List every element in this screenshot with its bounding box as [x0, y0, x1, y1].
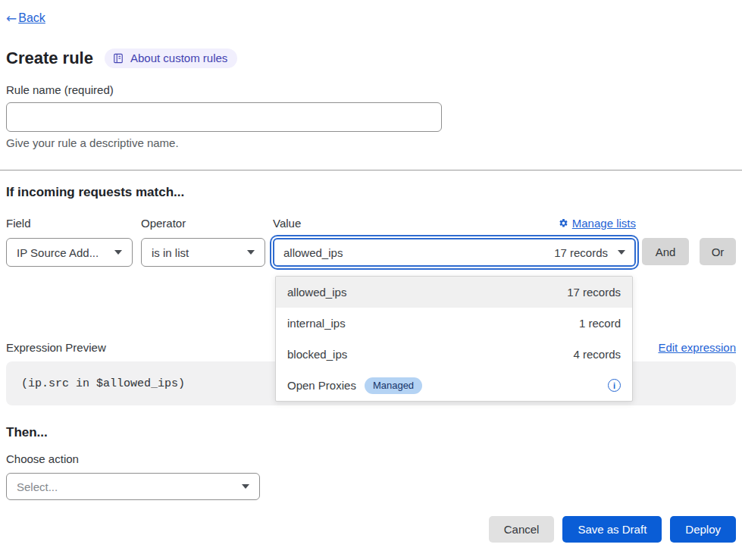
edit-expression-link[interactable]: Edit expression [658, 341, 736, 354]
expression-code: (ip.src in $allowed_ips) [21, 377, 185, 390]
list-item-name: Open Proxies [287, 379, 356, 392]
chevron-down-icon [242, 484, 249, 489]
operator-label: Operator [141, 217, 265, 230]
list-item-name: blocked_ips [287, 348, 347, 361]
operator-select[interactable]: is in list [141, 238, 265, 267]
cancel-button[interactable]: Cancel [489, 516, 555, 543]
about-badge-label: About custom rules [130, 52, 227, 64]
about-custom-rules-badge[interactable]: About custom rules [105, 48, 237, 68]
then-heading: Then... [6, 425, 736, 440]
match-heading: If incoming requests match... [6, 185, 736, 200]
rule-name-label: Rule name (required) [6, 83, 736, 96]
match-condition-row: Field IP Source Add... Operator is in li… [6, 217, 736, 267]
list-item-name: allowed_ips [287, 286, 346, 299]
value-select-meta: 17 records [554, 246, 608, 259]
rule-name-input[interactable] [6, 102, 442, 132]
managed-badge: Managed [365, 377, 422, 394]
save-as-draft-button[interactable]: Save as Draft [562, 516, 662, 543]
chevron-down-icon [114, 250, 122, 255]
chevron-down-icon [618, 250, 625, 255]
expression-preview-label: Expression Preview [6, 341, 106, 354]
list-item-meta: 4 records [573, 348, 621, 361]
list-item-blocked-ips[interactable]: blocked_ips 4 records [276, 339, 632, 370]
list-item-internal-ips[interactable]: internal_ips 1 record [276, 308, 632, 339]
gear-icon [559, 218, 568, 228]
back-link[interactable]: ← Back [6, 11, 45, 25]
or-button[interactable]: Or [700, 238, 736, 265]
deploy-button[interactable]: Deploy [670, 516, 736, 543]
field-label: Field [6, 217, 133, 230]
page-title: Create rule [6, 48, 93, 69]
choose-action-label: Choose action [6, 452, 736, 465]
info-icon[interactable]: i [608, 379, 621, 392]
section-divider [0, 170, 742, 171]
list-item-allowed-ips[interactable]: allowed_ips 17 records [276, 277, 632, 308]
list-dropdown-menu: allowed_ips 17 records internal_ips 1 re… [275, 276, 633, 402]
value-select-value: allowed_ips [283, 246, 343, 259]
manage-lists-link[interactable]: Manage lists [559, 217, 636, 230]
and-button[interactable]: And [642, 238, 689, 265]
back-label: Back [18, 11, 45, 25]
list-item-meta: 1 record [579, 317, 621, 330]
action-select[interactable]: Select... [6, 473, 260, 500]
create-rule-page: ← Back Create rule About custom rules Ru… [0, 0, 742, 560]
book-icon [113, 53, 124, 64]
list-item-name: internal_ips [287, 317, 346, 330]
list-item-open-proxies[interactable]: Open Proxies Managed i [276, 370, 632, 401]
back-arrow-icon: ← [6, 11, 17, 25]
list-item-meta: 17 records [567, 286, 621, 299]
value-select[interactable]: allowed_ips 17 records [273, 238, 636, 267]
rule-name-helper: Give your rule a descriptive name. [6, 136, 736, 149]
value-label: Value [273, 217, 301, 230]
field-select[interactable]: IP Source Add... [6, 238, 133, 267]
action-select-placeholder: Select... [17, 480, 58, 493]
operator-select-value: is in list [152, 246, 189, 259]
field-select-value: IP Source Add... [17, 246, 99, 259]
chevron-down-icon [247, 250, 255, 255]
manage-lists-label: Manage lists [572, 217, 636, 230]
